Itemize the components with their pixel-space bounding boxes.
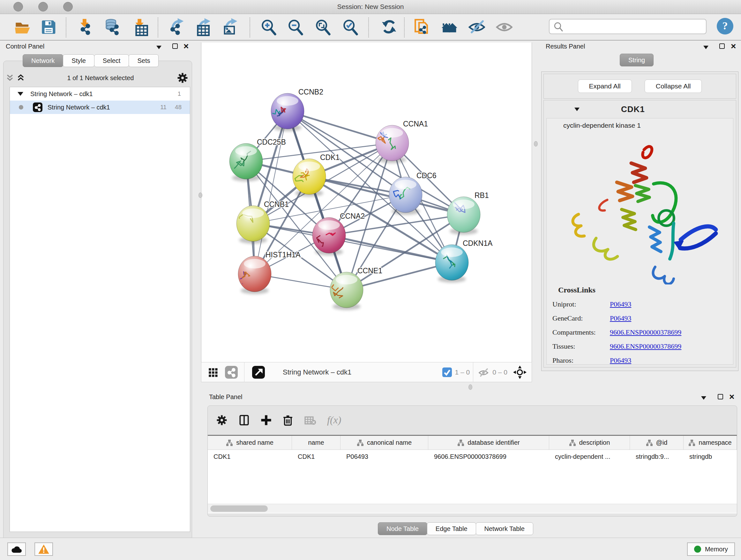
crosslink-label: Uniprot: — [552, 300, 610, 308]
collapse-all-icon[interactable] — [6, 74, 14, 82]
column-header-database-identifier[interactable]: database identifier — [428, 436, 549, 449]
status-bar: Memory — [0, 538, 741, 560]
column-header-shared-name[interactable]: shared name — [208, 436, 292, 449]
crosslink-label: Tissues: — [552, 342, 610, 351]
crosslink-link[interactable]: 9606.ENSP00000378699 — [610, 328, 681, 336]
show-all-button[interactable] — [495, 18, 513, 37]
show-columns-icon[interactable] — [238, 414, 251, 427]
crosslink-link[interactable]: 9606.ENSP00000378699 — [610, 342, 681, 351]
new-network-from-selection-button[interactable] — [412, 18, 431, 37]
open-session-button[interactable] — [13, 18, 31, 37]
network-graph[interactable]: CCNB2 CCNA1 CDC25B CDK1 CDC6 RB1 CCNB1 C… — [201, 43, 532, 362]
zoom-in-button[interactable] — [259, 18, 278, 37]
results-panel-menu-icon[interactable] — [703, 45, 709, 51]
tab-network[interactable]: Network — [23, 54, 63, 67]
node-CDC25B[interactable]: CDC25B — [229, 138, 286, 181]
network-collection-row[interactable]: String Network – cdk1 1 — [10, 87, 190, 101]
expand-all-icon[interactable] — [17, 74, 25, 82]
gene-collapse-icon[interactable] — [575, 108, 580, 111]
zoom-out-button[interactable] — [286, 18, 305, 37]
help-button[interactable]: ? — [717, 18, 733, 35]
node-CCNE1[interactable]: CCNE1 — [327, 266, 382, 310]
table-options-gear-icon[interactable] — [215, 414, 228, 427]
control-panel-title: Control Panel — [6, 43, 44, 50]
save-session-button[interactable] — [39, 18, 57, 37]
import-table-from-file-button[interactable] — [130, 18, 149, 37]
open-in-window-icon[interactable] — [252, 366, 265, 379]
cloud-button[interactable] — [7, 543, 26, 556]
tab-node-table[interactable]: Node Table — [378, 522, 427, 535]
column-header-name[interactable]: name — [292, 436, 340, 449]
right-splitter-handle[interactable] — [534, 141, 538, 146]
expand-all-button[interactable]: Expand All — [578, 79, 632, 93]
crosslink-link[interactable]: P06493 — [610, 356, 631, 365]
tab-network-table[interactable]: Network Table — [476, 522, 533, 535]
search-box[interactable] — [549, 19, 706, 34]
node-CCNA2[interactable]: CCNA2 — [313, 212, 365, 255]
node-CCNB1[interactable]: CCNB1 — [237, 200, 289, 244]
export-image-button[interactable] — [221, 18, 239, 37]
control-panel-menu-icon[interactable] — [156, 45, 161, 51]
left-splitter-handle[interactable] — [199, 192, 202, 198]
network-icon — [33, 103, 43, 112]
refresh-button[interactable] — [380, 18, 398, 37]
node-label-CDKN1A: CDKN1A — [463, 239, 493, 247]
edge-CCNA2-CDKN1A[interactable] — [329, 235, 452, 262]
table-cell[interactable]: CDK1 — [292, 450, 340, 463]
bottom-splitter-handle[interactable] — [468, 384, 472, 390]
import-network-from-database-button[interactable] — [103, 18, 121, 37]
warnings-button[interactable] — [35, 543, 53, 556]
tab-select[interactable]: Select — [94, 54, 129, 67]
node-CCNB2[interactable]: CCNB2 — [269, 88, 323, 131]
gene-entry-header[interactable]: CDK1 — [544, 100, 736, 118]
toolbar-separator — [158, 17, 158, 37]
network-row[interactable]: String Network – cdk1 11 48 — [10, 101, 190, 114]
network-list-options-gear-icon[interactable] — [176, 71, 189, 84]
network-share-icon[interactable] — [225, 366, 238, 379]
table-cell[interactable]: 9606.ENSP00000378699 — [428, 450, 549, 463]
export-table-button[interactable] — [194, 18, 212, 37]
fit-selection-crosshair-icon[interactable] — [513, 366, 527, 379]
node-CCNA1[interactable]: CCNA1 — [376, 120, 428, 163]
export-network-button[interactable] — [167, 18, 186, 37]
hide-selection-button[interactable] — [467, 18, 486, 37]
tab-sets[interactable]: Sets — [129, 54, 158, 67]
node-label-CDK1: CDK1 — [320, 153, 340, 162]
zoom-selected-button[interactable] — [341, 18, 359, 37]
add-column-icon[interactable] — [260, 414, 272, 426]
results-buttons-box: Expand All Collapse All — [543, 74, 736, 99]
results-panel-float-icon[interactable] — [719, 44, 725, 50]
control-panel-close-icon[interactable]: × — [184, 44, 189, 51]
collapse-all-button[interactable]: Collapse All — [645, 79, 702, 93]
results-panel-tab-string[interactable]: String — [620, 54, 654, 66]
column-header-canonical-name[interactable]: canonical name — [340, 436, 428, 449]
zoom-fit-button[interactable] — [313, 18, 332, 37]
crosslink-link[interactable]: P06493 — [610, 314, 631, 322]
tab-edge-table[interactable]: Edge Table — [427, 522, 476, 535]
node-label-CDC25B: CDC25B — [257, 138, 286, 146]
control-panel-float-icon[interactable] — [172, 44, 178, 50]
scrollbar-thumb[interactable] — [210, 505, 268, 512]
memory-button[interactable]: Memory — [687, 543, 735, 556]
table-cell[interactable]: CDK1 — [208, 450, 292, 463]
network-canvas[interactable]: CCNB2 CCNA1 CDC25B CDK1 CDC6 RB1 CCNB1 C… — [201, 43, 532, 362]
node-RB1[interactable]: RB1 — [447, 191, 489, 235]
birdseye-grid-icon[interactable] — [206, 366, 219, 379]
node-label-CCNB1: CCNB1 — [264, 200, 289, 208]
tab-style[interactable]: Style — [63, 54, 94, 67]
delete-column-icon[interactable] — [282, 414, 294, 426]
collection-expander-icon[interactable] — [17, 92, 23, 96]
crosslink-link[interactable]: P06493 — [610, 300, 631, 308]
collection-label: String Network – cdk1 — [30, 90, 178, 98]
network-list-header: 1 of 1 Network selected — [6, 71, 189, 84]
node-CDC6[interactable]: CDC6 — [389, 172, 436, 215]
import-network-from-file-button[interactable] — [76, 18, 94, 37]
first-neighbors-button[interactable] — [440, 18, 458, 37]
selected-nodes-checkbox-icon[interactable] — [442, 368, 452, 377]
node-HIST1H1A[interactable]: HIST1H1A — [237, 251, 301, 294]
gene-entry-panel: CDK1 cyclin-dependent kinase 1 CrossLink… — [543, 100, 736, 368]
results-panel-close-icon[interactable]: × — [731, 44, 736, 51]
search-input[interactable] — [563, 23, 701, 30]
table-cell[interactable]: P06493 — [340, 450, 428, 463]
crosslink-row: Uniprot: P06493 — [547, 300, 733, 308]
